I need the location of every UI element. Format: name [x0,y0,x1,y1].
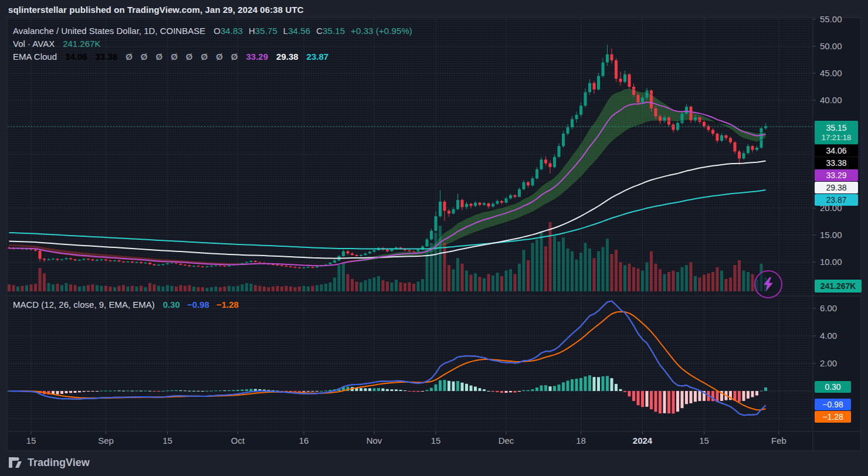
indicator-price-badge: 23.87 [815,194,858,206]
boost-lightning-button[interactable] [754,270,782,298]
footer-brand[interactable]: TradingView [8,456,90,469]
chart-legend: Avalanche / United States Dollar, 1D, CO… [13,25,412,63]
ohlc-item: C35.15 [316,25,345,38]
price-tick-label: 15.00 [820,230,861,240]
price-tick-label: 45.00 [820,68,861,78]
ema-cloud-label: EMA Cloud [13,50,57,63]
ohlc-item: L34.56 [283,25,310,38]
ohlc-item: O34.83 [213,25,243,38]
ema-cloud-value: Ø [155,50,162,63]
time-tick-label: Sep [98,436,114,446]
time-tick-label: 15 [431,436,441,446]
symbol-legend-row[interactable]: Avalanche / United States Dollar, 1D, CO… [13,25,412,38]
ema-cloud-value: Ø [201,50,208,63]
change-value: +0.33 (+0.95%) [351,25,412,38]
macd-legend-row[interactable]: MACD (12, 26, close, 9, EMA, EMA) 0.30−0… [13,300,239,310]
indicator-price-badge: 33.29 [815,169,858,181]
price-tick-label: 50.00 [820,41,861,51]
lightning-icon [762,277,775,292]
ema-cloud-value: 29.38 [276,50,299,63]
ohlc-values: O34.83H35.75L34.56C35.15 [213,25,345,38]
price-tick-label: 55.00 [820,14,861,24]
indicator-price-badge: 34.06 [815,145,858,157]
indicator-price-badge: 29.38 [815,182,858,193]
volume-legend-row[interactable]: Vol · AVAX 241.267K [13,38,412,50]
macd-badge: −0.98 [815,399,851,410]
bar-countdown: 17:21:18 [822,133,852,142]
last-price-badge: 35.1517:21:18 [815,121,858,144]
time-tick-label: 16 [299,436,309,446]
macd-tick-label: 4.00 [820,331,861,341]
volume-label: Vol · AVAX [13,38,55,50]
macd-badge: 0.30 [815,381,851,393]
price-tick-label: 40.00 [820,95,861,105]
macd-badge: −1.28 [815,411,851,423]
published-line: sqlinterstellar published on TradingView… [8,5,304,15]
tradingview-snapshot: sqlinterstellar published on TradingView… [0,0,868,476]
macd-value: 0.30 [163,300,180,310]
time-tick-label: Nov [367,436,382,446]
macd-value: −1.28 [216,300,239,310]
ema-cloud-value: Ø [171,50,178,63]
volume-badge: 241.267K [815,280,862,293]
ema-cloud-value: 23.87 [307,50,329,63]
ema-cloud-value: Ø [216,50,223,63]
ema-cloud-value: 34.06 [65,50,87,63]
macd-tick-label: 6.00 [820,303,861,313]
brand-text: TradingView [28,457,90,469]
time-tick-label: Feb [771,436,786,446]
ema-cloud-value: Ø [141,50,148,63]
ema-cloud-value: 33.29 [246,50,269,63]
ema-cloud-values: 34.0633.38ØØØØØØØØ33.2929.3823.87 [65,50,328,63]
macd-values: 0.30−0.98−1.28 [163,300,239,310]
ema-cloud-value: 33.38 [96,50,118,63]
ema-cloud-value: Ø [231,50,238,63]
macd-tick-label: 2.00 [820,358,861,368]
time-tick-label: Oct [231,436,245,446]
price-tick-label: 10.00 [820,257,861,267]
time-tick-label: 2024 [633,436,652,446]
chart-plot-area[interactable] [0,0,868,476]
ema-cloud-value: Ø [126,50,133,63]
time-tick-label: 15 [162,436,172,446]
time-tick-label: 15 [26,436,36,446]
macd-label: MACD (12, 26, close, 9, EMA, EMA) [13,300,155,310]
ema-cloud-legend-row[interactable]: EMA Cloud 34.0633.38ØØØØØØØØ33.2929.3823… [13,50,412,63]
volume-value: 241.267K [63,38,100,50]
tradingview-logo-icon [8,456,23,469]
macd-value: −0.98 [187,300,209,310]
last-price-value: 35.15 [826,123,846,132]
indicator-price-badge: 33.38 [815,157,858,169]
time-tick-label: 15 [699,436,709,446]
ohlc-item: H35.75 [249,25,277,38]
time-tick-label: 18 [576,436,586,446]
symbol-title: Avalanche / United States Dollar, 1D, CO… [13,25,205,38]
ema-cloud-value: Ø [186,50,193,63]
time-tick-label: Dec [499,436,514,446]
